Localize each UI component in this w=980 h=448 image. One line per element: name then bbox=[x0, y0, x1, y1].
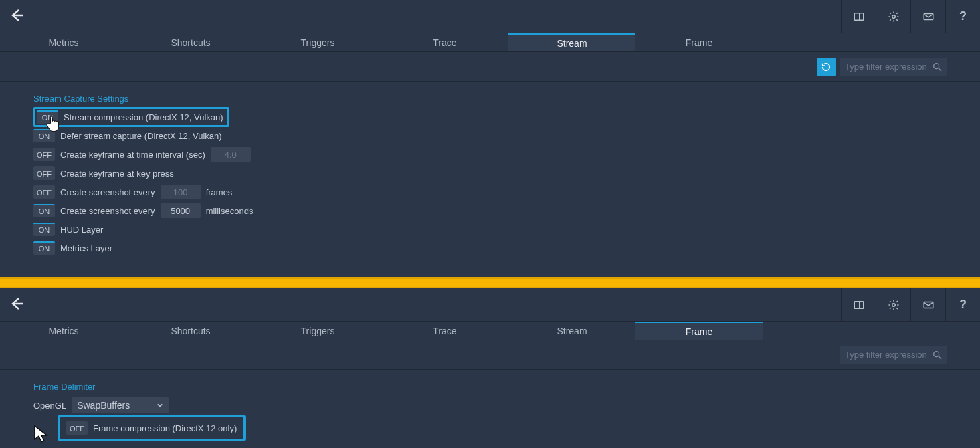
panel-icon[interactable] bbox=[841, 0, 876, 33]
mail-icon-2[interactable] bbox=[910, 288, 945, 322]
tab-triggers-2[interactable]: Triggers bbox=[254, 322, 381, 340]
filterbar-bottom bbox=[0, 340, 980, 370]
select-frame-delimiter[interactable]: SwapBuffers bbox=[72, 397, 169, 413]
tab-metrics-2[interactable]: Metrics bbox=[0, 322, 127, 340]
filterbar-top bbox=[0, 52, 980, 82]
select-value: SwapBuffers bbox=[77, 400, 130, 411]
topbar: ? bbox=[0, 0, 980, 33]
suffix-frames: frames bbox=[206, 187, 233, 197]
bottom-panel: ? Metrics Shortcuts Triggers Trace Strea… bbox=[0, 288, 980, 448]
frame-settings-content: Frame Delimiter OpenGL SwapBuffers OFF F… bbox=[0, 370, 980, 448]
help-icon[interactable]: ? bbox=[945, 0, 980, 33]
tab-trace[interactable]: Trace bbox=[381, 33, 508, 51]
back-button[interactable] bbox=[0, 0, 33, 33]
svg-point-4 bbox=[934, 63, 939, 68]
section-title-frame: Frame Delimiter bbox=[33, 382, 947, 392]
toggle-hud-layer[interactable]: ON bbox=[33, 223, 55, 236]
filter-input[interactable] bbox=[840, 58, 947, 76]
svg-point-8 bbox=[892, 303, 895, 306]
topbar-bottom: ? bbox=[0, 288, 980, 322]
toggle-screenshot-ms[interactable]: ON bbox=[33, 204, 55, 217]
arrow-cursor-icon bbox=[33, 425, 48, 445]
tab-stream-2[interactable]: Stream bbox=[508, 322, 635, 340]
label-hud-layer: HUD Layer bbox=[60, 225, 103, 235]
tab-frame-2[interactable]: Frame bbox=[635, 322, 763, 340]
label-screenshot-ms: Create screenshot every bbox=[60, 206, 155, 216]
input-screenshot-ms[interactable] bbox=[161, 203, 201, 218]
label-frame-compression: Frame compression (DirectX 12 only) bbox=[93, 423, 237, 433]
reset-button[interactable] bbox=[817, 58, 836, 76]
tab-frame[interactable]: Frame bbox=[635, 33, 763, 51]
label-stream-compression: Stream compression (DirectX 12, Vulkan) bbox=[64, 112, 223, 122]
tab-triggers[interactable]: Triggers bbox=[254, 33, 381, 51]
search-icon-2 bbox=[932, 350, 943, 360]
label-opengl: OpenGL bbox=[33, 401, 66, 411]
label-metrics-layer: Metrics Layer bbox=[60, 243, 112, 253]
svg-point-10 bbox=[934, 351, 939, 356]
topbar-actions: ? bbox=[841, 0, 980, 33]
tab-metrics[interactable]: Metrics bbox=[0, 33, 127, 51]
svg-line-11 bbox=[939, 356, 941, 359]
suffix-ms: milliseconds bbox=[206, 206, 254, 216]
svg-line-5 bbox=[939, 68, 941, 71]
search-icon bbox=[932, 62, 943, 72]
back-arrow-icon bbox=[9, 7, 25, 25]
tabbar-bottom: Metrics Shortcuts Triggers Trace Stream … bbox=[0, 322, 980, 340]
tab-shortcuts-2[interactable]: Shortcuts bbox=[127, 322, 254, 340]
toggle-screenshot-frames[interactable]: OFF bbox=[33, 185, 55, 199]
tab-trace-2[interactable]: Trace bbox=[381, 322, 508, 340]
mail-icon[interactable] bbox=[910, 0, 945, 33]
panel-icon-2[interactable] bbox=[841, 288, 876, 322]
tab-shortcuts[interactable]: Shortcuts bbox=[127, 33, 254, 51]
tabbar-top: Metrics Shortcuts Triggers Trace Stream … bbox=[0, 33, 980, 52]
gear-icon[interactable] bbox=[876, 0, 910, 33]
input-keyframe-interval[interactable] bbox=[211, 147, 251, 162]
back-arrow-icon-2 bbox=[9, 296, 25, 314]
label-keyframe-interval: Create keyframe at time interval (sec) bbox=[60, 150, 205, 160]
stream-settings-content: Stream Capture Settings ON Stream compre… bbox=[0, 82, 980, 277]
label-keyframe-keypress: Create keyframe at key press bbox=[60, 169, 174, 179]
toggle-keyframe-keypress[interactable]: OFF bbox=[33, 166, 55, 180]
toggle-keyframe-interval[interactable]: OFF bbox=[33, 148, 55, 161]
back-button-2[interactable] bbox=[0, 288, 33, 322]
label-defer-capture: Defer stream capture (DirectX 12, Vulkan… bbox=[60, 131, 222, 141]
toggle-frame-compression[interactable]: OFF bbox=[66, 421, 88, 435]
gear-icon-2[interactable] bbox=[876, 288, 910, 322]
hand-cursor-icon bbox=[45, 114, 62, 136]
highlight-stream-compression: ON Stream compression (DirectX 12, Vulka… bbox=[33, 107, 229, 127]
label-screenshot-frames: Create screenshot every bbox=[60, 187, 155, 197]
help-icon-2[interactable]: ? bbox=[945, 288, 980, 322]
separator-bar bbox=[0, 277, 980, 288]
toggle-metrics-layer[interactable]: ON bbox=[33, 241, 55, 255]
highlight-frame-compression: OFF Frame compression (DirectX 12 only) bbox=[58, 415, 246, 441]
input-screenshot-frames[interactable] bbox=[161, 185, 201, 199]
tab-stream[interactable]: Stream bbox=[508, 33, 635, 51]
filter-input-2[interactable] bbox=[840, 346, 947, 364]
top-panel: ? Metrics Shortcuts Triggers Trace Strea… bbox=[0, 0, 980, 277]
section-title: Stream Capture Settings bbox=[33, 94, 947, 104]
svg-point-2 bbox=[892, 15, 895, 18]
chevron-down-icon bbox=[157, 400, 163, 411]
